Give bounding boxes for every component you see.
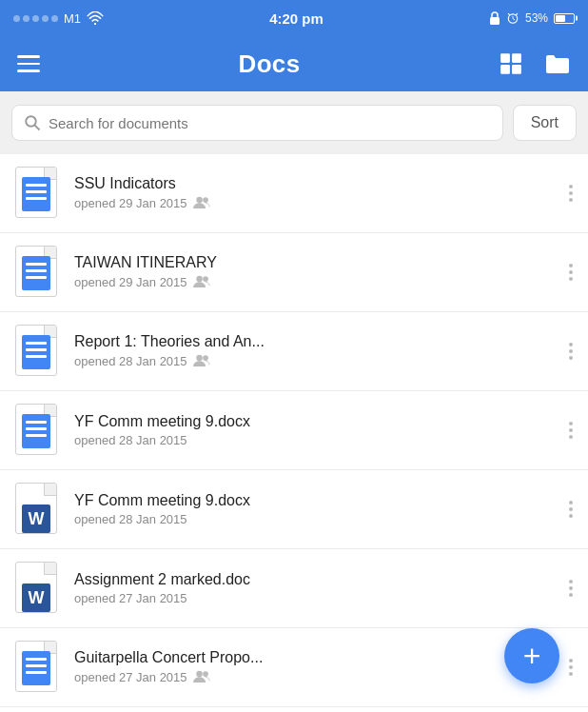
menu-line-2 bbox=[17, 63, 40, 66]
gdoc-icon bbox=[22, 177, 50, 211]
word-icon: W bbox=[22, 504, 50, 533]
app-header: Docs bbox=[0, 36, 588, 91]
alarm-icon bbox=[506, 11, 519, 25]
folder-icon[interactable] bbox=[544, 51, 571, 76]
list-item[interactable]: TAIWAN ITINERARYopened 29 Jan 2015 bbox=[0, 233, 588, 312]
doc-more-button[interactable] bbox=[569, 501, 573, 518]
menu-button[interactable] bbox=[17, 55, 40, 72]
page-title: Docs bbox=[239, 49, 301, 79]
search-icon bbox=[24, 114, 41, 131]
shared-icon bbox=[193, 274, 210, 291]
lock-icon bbox=[489, 11, 500, 25]
doc-icon bbox=[15, 325, 61, 378]
more-dot bbox=[569, 672, 573, 676]
gdoc-icon bbox=[22, 414, 50, 448]
header-actions bbox=[499, 51, 571, 76]
svg-rect-5 bbox=[500, 65, 510, 74]
doc-more-button[interactable] bbox=[569, 343, 573, 360]
more-dot bbox=[569, 349, 573, 353]
word-icon: W bbox=[22, 583, 50, 612]
gdoc-icon bbox=[22, 335, 50, 369]
shared-icon bbox=[193, 353, 210, 370]
doc-name: YF Comm meeting 9.docx bbox=[74, 492, 556, 509]
svg-rect-1 bbox=[490, 17, 500, 25]
doc-more-button[interactable] bbox=[569, 659, 573, 676]
doc-meta: opened 29 Jan 2015 bbox=[74, 274, 556, 291]
doc-info: Assignment 2 marked.docopened 27 Jan 201… bbox=[74, 571, 556, 605]
grid-view-icon[interactable] bbox=[499, 51, 523, 76]
doc-date: opened 28 Jan 2015 bbox=[74, 354, 187, 368]
list-item[interactable]: YF Comm meeting 9.docxopened 28 Jan 2015 bbox=[0, 391, 588, 470]
doc-name: Guitarpella Concert Propo... bbox=[74, 649, 556, 666]
doc-more-button[interactable] bbox=[569, 580, 573, 597]
doc-meta: opened 27 Jan 2015 bbox=[74, 669, 556, 686]
doc-date: opened 29 Jan 2015 bbox=[74, 275, 187, 289]
doc-more-button[interactable] bbox=[569, 422, 573, 439]
menu-line-3 bbox=[17, 69, 40, 72]
doc-info: YF Comm meeting 9.docxopened 28 Jan 2015 bbox=[74, 413, 556, 447]
svg-point-14 bbox=[203, 355, 208, 361]
status-left: M1 bbox=[13, 11, 104, 26]
search-sort-bar: Sort bbox=[0, 91, 588, 154]
more-dot bbox=[569, 580, 573, 583]
doc-info: Guitarpella Concert Propo...opened 27 Ja… bbox=[74, 649, 556, 686]
gdoc-icon bbox=[22, 651, 50, 685]
list-item[interactable]: Guitarpella Concert Propo...opened 27 Ja… bbox=[0, 628, 588, 707]
list-item[interactable]: SSU Indicatorsopened 29 Jan 2015 bbox=[0, 154, 588, 233]
dot-5 bbox=[51, 15, 58, 22]
more-dot bbox=[569, 593, 573, 597]
doc-icon bbox=[15, 641, 61, 694]
doc-info: SSU Indicatorsopened 29 Jan 2015 bbox=[74, 175, 556, 212]
more-dot bbox=[569, 185, 573, 188]
battery-fill bbox=[556, 15, 565, 22]
dot-3 bbox=[32, 15, 39, 22]
list-item[interactable]: WYF Comm meeting 9.docxopened 28 Jan 201… bbox=[0, 470, 588, 549]
list-item[interactable]: Laser Tag Taiwan Trip 030opened 27 Jan 2… bbox=[0, 707, 588, 712]
doc-more-button[interactable] bbox=[569, 264, 573, 281]
battery-body bbox=[554, 13, 575, 24]
doc-name: YF Comm meeting 9.docx bbox=[74, 413, 556, 430]
dot-4 bbox=[42, 15, 49, 22]
doc-meta: opened 27 Jan 2015 bbox=[74, 591, 556, 605]
menu-line-1 bbox=[17, 55, 40, 58]
sort-button[interactable]: Sort bbox=[513, 105, 577, 141]
search-input[interactable] bbox=[49, 115, 491, 131]
add-document-fab[interactable]: + bbox=[504, 628, 559, 683]
doc-icon bbox=[15, 246, 61, 299]
doc-more-button[interactable] bbox=[569, 185, 573, 202]
doc-icon: W bbox=[15, 483, 61, 536]
doc-meta: opened 28 Jan 2015 bbox=[74, 433, 556, 447]
more-dot bbox=[569, 586, 573, 590]
wifi-icon bbox=[87, 11, 104, 25]
status-bar: M1 4:20 pm 53% bbox=[0, 0, 588, 36]
svg-point-9 bbox=[196, 196, 203, 203]
svg-rect-3 bbox=[500, 53, 510, 63]
svg-point-11 bbox=[196, 275, 203, 282]
more-dot bbox=[569, 422, 573, 425]
more-dot bbox=[569, 659, 573, 663]
more-dot bbox=[569, 356, 573, 360]
more-dot bbox=[569, 435, 573, 439]
doc-date: opened 28 Jan 2015 bbox=[74, 433, 187, 447]
list-item[interactable]: Report 1: Theories and An...opened 28 Ja… bbox=[0, 312, 588, 391]
search-box[interactable] bbox=[11, 105, 503, 141]
svg-point-15 bbox=[196, 670, 203, 677]
doc-icon bbox=[15, 167, 61, 220]
doc-meta: opened 29 Jan 2015 bbox=[74, 195, 556, 212]
list-item[interactable]: WAssignment 2 marked.docopened 27 Jan 20… bbox=[0, 549, 588, 628]
more-dot bbox=[569, 277, 573, 281]
status-time: 4:20 pm bbox=[269, 10, 323, 27]
document-list: SSU Indicatorsopened 29 Jan 2015TAIWAN I… bbox=[0, 154, 588, 712]
doc-meta: opened 28 Jan 2015 bbox=[74, 353, 556, 370]
more-dot bbox=[569, 198, 573, 202]
more-dot bbox=[569, 665, 573, 669]
more-dot bbox=[569, 343, 573, 346]
doc-icon bbox=[15, 404, 61, 457]
doc-icon: W bbox=[15, 562, 61, 615]
doc-info: TAIWAN ITINERARYopened 29 Jan 2015 bbox=[74, 254, 556, 291]
doc-date: opened 29 Jan 2015 bbox=[74, 196, 187, 210]
svg-point-0 bbox=[94, 23, 96, 25]
svg-rect-4 bbox=[512, 53, 521, 63]
svg-point-16 bbox=[203, 671, 208, 677]
svg-point-12 bbox=[203, 276, 208, 282]
